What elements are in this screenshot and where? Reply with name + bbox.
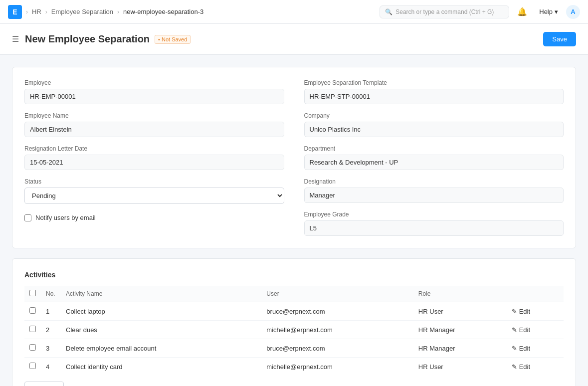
th-role: Role: [413, 286, 507, 302]
employee-label: Employee: [24, 79, 284, 86]
breadcrumb-chevron-3: ›: [117, 8, 119, 15]
resignation-date-label: Resignation Letter Date: [24, 145, 284, 152]
help-chevron-icon: ▾: [555, 8, 558, 15]
help-menu[interactable]: Help ▾: [535, 6, 562, 17]
row-checkbox-cell: [24, 339, 41, 358]
edit-icon: ✎: [512, 363, 517, 371]
right-column: Employee Separation Template Company Dep…: [304, 79, 564, 236]
edit-icon: ✎: [512, 326, 517, 334]
search-icon: 🔍: [385, 8, 392, 15]
row-checkbox-cell: [24, 321, 41, 339]
row-activity-3: Delete employee email account: [61, 339, 261, 358]
row-checkbox-3[interactable]: [29, 344, 36, 351]
row-checkbox-cell: [24, 358, 41, 376]
company-label: Company: [304, 112, 564, 119]
row-role-1: HR User: [413, 302, 507, 321]
row-activity-4: Collect identity card: [61, 358, 261, 376]
user-avatar[interactable]: A: [566, 5, 580, 19]
status-label: Status: [24, 178, 284, 185]
row-activity-2: Clear dues: [61, 321, 261, 339]
row-activity-1: Collect laptop: [61, 302, 261, 321]
designation-group: Designation: [304, 178, 564, 203]
resignation-date-group: Resignation Letter Date: [24, 145, 284, 170]
activities-title: Activities: [24, 271, 564, 279]
row-user-4: michelle@erpnext.com: [261, 358, 413, 376]
edit-icon: ✎: [512, 345, 517, 352]
row-no-4: 4: [41, 358, 61, 376]
row-edit-1[interactable]: ✎ Edit: [507, 302, 564, 321]
notification-bell[interactable]: 🔔: [513, 5, 531, 18]
row-checkbox-4[interactable]: [29, 363, 36, 369]
row-no-2: 2: [41, 321, 61, 339]
th-actions: [507, 286, 564, 302]
resignation-date-input[interactable]: [24, 155, 284, 170]
not-saved-badge: • Not Saved: [155, 35, 191, 44]
breadcrumb-employee-separation[interactable]: Employee Separation: [51, 8, 113, 15]
department-input[interactable]: [304, 155, 564, 170]
row-no-1: 1: [41, 302, 61, 321]
table-row: 3 Delete employee email account bruce@er…: [24, 339, 564, 358]
row-edit-2[interactable]: ✎ Edit: [507, 321, 564, 339]
employee-grade-label: Employee Grade: [304, 211, 564, 218]
activities-table: No. Activity Name User Role 1 Collect la…: [24, 286, 564, 376]
topnav: E › HR › Employee Separation › new-emplo…: [0, 0, 588, 24]
row-user-3: bruce@erpnext.com: [261, 339, 413, 358]
template-input[interactable]: [304, 89, 564, 104]
department-label: Department: [304, 145, 564, 152]
th-activity-name: Activity Name: [61, 286, 261, 302]
table-row: 4 Collect identity card michelle@erpnext…: [24, 358, 564, 376]
breadcrumb-hr[interactable]: HR: [32, 8, 41, 15]
status-select[interactable]: Pending Completed Cancelled: [24, 188, 284, 204]
template-group: Employee Separation Template: [304, 79, 564, 104]
company-input[interactable]: [304, 122, 564, 137]
employee-name-group: Employee Name: [24, 112, 284, 137]
department-group: Department: [304, 145, 564, 170]
activities-card: Activities No. Activity Name User Role: [12, 258, 576, 386]
row-role-2: HR Manager: [413, 321, 507, 339]
help-label: Help: [539, 8, 553, 15]
employee-group: Employee: [24, 79, 284, 104]
row-user-1: bruce@erpnext.com: [261, 302, 413, 321]
breadcrumb-current: new-employee-separation-3: [123, 8, 203, 15]
row-edit-4[interactable]: ✎ Edit: [507, 358, 564, 376]
breadcrumb-chevron-1: ›: [26, 8, 28, 15]
th-user: User: [261, 286, 413, 302]
save-button[interactable]: Save: [543, 32, 576, 46]
app-logo[interactable]: E: [8, 5, 22, 19]
breadcrumb-chevron-2: ›: [45, 8, 47, 15]
employee-name-label: Employee Name: [24, 112, 284, 119]
th-no: No.: [41, 286, 61, 302]
select-all-checkbox[interactable]: [29, 290, 36, 296]
designation-input[interactable]: [304, 188, 564, 203]
row-checkbox-2[interactable]: [29, 326, 36, 332]
global-search[interactable]: 🔍 Search or type a command (Ctrl + G): [380, 5, 509, 18]
page-title: New Employee Separation: [25, 33, 150, 45]
row-no-3: 3: [41, 339, 61, 358]
company-group: Company: [304, 112, 564, 137]
template-label: Employee Separation Template: [304, 79, 564, 86]
th-select-all: [24, 286, 41, 302]
employee-grade-group: Employee Grade: [304, 211, 564, 236]
notify-checkbox[interactable]: [24, 214, 31, 221]
edit-icon: ✎: [512, 308, 517, 315]
main-content: Employee Employee Name Resignation Lette…: [0, 55, 588, 386]
employee-separation-form: Employee Employee Name Resignation Lette…: [12, 67, 576, 248]
row-checkbox-1[interactable]: [29, 307, 36, 314]
form-grid: Employee Employee Name Resignation Lette…: [24, 79, 564, 236]
notify-checkbox-row: Notify users by email: [24, 214, 284, 221]
row-user-2: michelle@erpnext.com: [261, 321, 413, 339]
add-row-button[interactable]: Add Row: [24, 382, 64, 386]
status-group: Status Pending Completed Cancelled: [24, 178, 284, 204]
table-row: 1 Collect laptop bruce@erpnext.com HR Us…: [24, 302, 564, 321]
employee-grade-input[interactable]: [304, 220, 564, 236]
employee-input[interactable]: [24, 89, 284, 104]
table-header-row: No. Activity Name User Role: [24, 286, 564, 302]
row-edit-3[interactable]: ✎ Edit: [507, 339, 564, 358]
page-header: ☰ New Employee Separation • Not Saved Sa…: [0, 24, 588, 55]
notify-label: Notify users by email: [35, 214, 96, 221]
table-row: 2 Clear dues michelle@erpnext.com HR Man…: [24, 321, 564, 339]
employee-name-input[interactable]: [24, 122, 284, 137]
row-role-3: HR Manager: [413, 339, 507, 358]
sidebar-toggle[interactable]: ☰: [12, 34, 19, 44]
search-placeholder: Search or type a command (Ctrl + G): [395, 8, 494, 15]
